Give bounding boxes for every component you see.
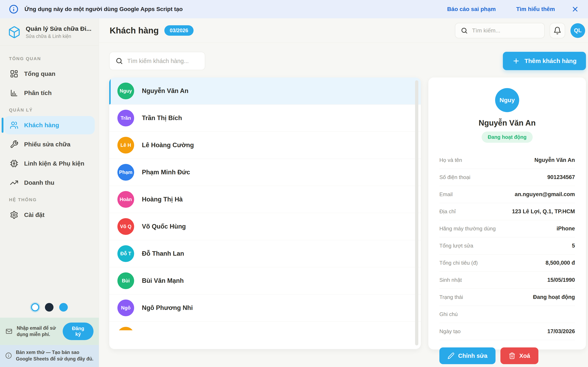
preview-note-box: Bản xem thử — Tạo bản sao Google Sheets … xyxy=(0,345,99,367)
notifications-button[interactable] xyxy=(550,23,565,38)
bell-icon xyxy=(553,26,562,35)
wrench-icon xyxy=(10,140,18,149)
theme-switcher xyxy=(0,298,99,318)
section-label-manage: QUẢN LÝ xyxy=(9,108,95,113)
sidebar-item-cai-dat[interactable]: Cài đặt xyxy=(4,206,95,224)
avatar xyxy=(117,327,134,331)
customer-row[interactable]: Bùi Bùi Văn Mạnh xyxy=(109,267,421,294)
customer-row[interactable]: Hoàn Hoàng Thị Hà xyxy=(109,186,421,213)
theme-dot-dark[interactable] xyxy=(45,303,53,312)
delete-button[interactable]: Xoá xyxy=(501,347,538,364)
sidebar-item-linh-kien[interactable]: Linh kiện & Phụ kiện xyxy=(4,154,95,173)
cpu-icon xyxy=(10,159,18,168)
customer-row[interactable] xyxy=(109,322,421,330)
sidebar-item-khach-hang[interactable]: Khách hàng xyxy=(4,116,95,134)
customer-name: Nguyễn Văn An xyxy=(142,87,189,95)
field-row-birthday: Sinh nhật 15/05/1990 xyxy=(439,272,575,289)
gear-icon xyxy=(10,211,18,219)
toolbar: Thêm khách hàng xyxy=(109,52,586,70)
customer-name: Phạm Minh Đức xyxy=(142,169,190,176)
sidebar: Quản lý Sửa chữa Đi... Sửa chữa & Linh k… xyxy=(0,18,99,367)
customer-name: Đỗ Thanh Lan xyxy=(142,250,184,257)
sidebar-item-phieu-sua-chua[interactable]: Phiếu sửa chữa xyxy=(4,135,95,154)
avatar: Ngô xyxy=(117,300,134,316)
preview-note-text: Bản xem thử — Tạo bản sao Google Sheets … xyxy=(16,349,94,362)
customer-row[interactable]: Lê H Lê Hoàng Cường xyxy=(109,132,421,159)
field-row-created: Ngày tạo 17/03/2026 xyxy=(439,323,575,340)
field-row-status: Trạng thái Đang hoạt động xyxy=(439,289,575,306)
layout-dashboard-icon xyxy=(10,69,18,78)
app-title: Quản lý Sửa chữa Đi... xyxy=(26,25,91,32)
field-row-phone: Số điện thoại 901234567 xyxy=(439,169,575,186)
pencil-icon xyxy=(448,352,454,359)
customer-search-input[interactable] xyxy=(127,58,199,64)
theme-dot-blue[interactable] xyxy=(59,303,68,312)
content: Thêm khách hàng Nguy Nguyễn Văn An Trần … xyxy=(99,43,588,350)
customer-name: Trần Thị Bích xyxy=(142,114,182,122)
email-promo-text: Nhập email để sử dụng miễn phí. xyxy=(17,325,59,338)
search-icon xyxy=(461,27,468,34)
app-subtitle: Sửa chữa & Linh kiện xyxy=(26,34,91,39)
search-icon xyxy=(115,57,123,65)
edit-button[interactable]: Chỉnh sửa xyxy=(439,347,495,364)
field-row-brand: Hãng máy thường dùng iPhone xyxy=(439,220,575,237)
customer-row[interactable]: Ngô Ngô Phương Nhi xyxy=(109,294,421,322)
plus-icon xyxy=(512,57,520,65)
list-scrollbar[interactable] xyxy=(415,80,418,345)
global-search[interactable] xyxy=(455,23,545,38)
page-title: Khách hàng xyxy=(110,26,159,35)
customer-row[interactable]: Phạm Phạm Minh Đức xyxy=(109,159,421,186)
field-row-email: Email an.nguyen@gmail.com xyxy=(439,186,575,203)
status-badge: Đang hoạt động xyxy=(482,132,533,143)
bar-chart-icon xyxy=(10,89,18,97)
avatar: Bùi xyxy=(117,272,134,289)
sidebar-item-doanh-thu[interactable]: Doanh thu xyxy=(4,174,95,192)
customer-search[interactable] xyxy=(109,52,205,70)
section-label-overview: TỔNG QUAN xyxy=(9,56,95,61)
field-row-address: Địa chỉ 123 Lê Lợi, Q.1, TP.HCM xyxy=(439,203,575,220)
info-circle-icon xyxy=(5,352,12,359)
banner-text: Ứng dụng này do một người dùng Google Ap… xyxy=(25,6,183,12)
avatar: Trần xyxy=(117,110,134,126)
avatar: Lê H xyxy=(117,137,134,154)
trash-icon xyxy=(509,352,516,359)
avatar: Nguy xyxy=(117,83,134,99)
field-row-spend: Tổng chi tiêu (đ) 8,500,000 đ xyxy=(439,254,575,272)
detail-avatar: Nguy xyxy=(495,88,519,112)
sidebar-item-phan-tich[interactable]: Phân tích xyxy=(4,84,95,102)
users-icon xyxy=(10,121,18,129)
customer-name: Bùi Văn Mạnh xyxy=(142,277,184,284)
field-row-notes: Ghi chú xyxy=(439,306,575,323)
add-customer-button[interactable]: Thêm khách hàng xyxy=(503,52,586,70)
register-button[interactable]: Đăng ký xyxy=(63,323,94,340)
avatar: Phạm xyxy=(117,164,134,181)
global-search-input[interactable] xyxy=(472,27,539,34)
mail-icon xyxy=(5,328,13,335)
customer-name: Hoàng Thị Hà xyxy=(142,196,183,203)
main-area: Khách hàng 03/2026 QL xyxy=(99,18,588,367)
sidebar-item-tong-quan[interactable]: Tổng quan xyxy=(4,65,95,83)
customer-name: Ngô Phương Nhi xyxy=(142,304,193,312)
report-abuse-link[interactable]: Báo cáo sai phạm xyxy=(447,6,496,12)
main-header: Khách hàng 03/2026 QL xyxy=(99,18,588,43)
customer-name: Võ Quốc Hùng xyxy=(142,223,186,230)
info-icon xyxy=(9,4,18,14)
avatar: Võ Q xyxy=(117,218,134,235)
month-badge: 03/2026 xyxy=(164,25,193,36)
app-logo-block: Quản lý Sửa chữa Đi... Sửa chữa & Linh k… xyxy=(0,18,99,45)
section-label-system: HỆ THỐNG xyxy=(9,197,95,202)
customer-row[interactable]: Trần Trần Thị Bích xyxy=(109,105,421,132)
customer-row[interactable]: Nguy Nguyễn Văn An xyxy=(109,77,421,105)
theme-dot-light[interactable] xyxy=(31,303,39,311)
detail-fields: Họ và tên Nguyễn Văn An Số điện thoại 90… xyxy=(439,152,575,340)
user-avatar[interactable]: QL xyxy=(571,23,585,38)
customer-row[interactable]: Võ Q Võ Quốc Hùng xyxy=(109,213,421,240)
email-promo-box: Nhập email để sử dụng miễn phí. Đăng ký xyxy=(0,318,99,345)
customer-detail-card: Nguy Nguyễn Văn An Đang hoạt động Họ và … xyxy=(428,77,586,350)
avatar: Hoàn xyxy=(117,191,134,208)
customer-list-card: Nguy Nguyễn Văn An Trần Trần Thị Bích Lê… xyxy=(109,77,421,349)
customer-row[interactable]: Đỗ T Đỗ Thanh Lan xyxy=(109,240,421,267)
close-banner-icon[interactable] xyxy=(571,5,579,13)
learn-more-link[interactable]: Tìm hiểu thêm xyxy=(516,6,555,12)
apps-script-banner: Ứng dụng này do một người dùng Google Ap… xyxy=(0,0,588,18)
